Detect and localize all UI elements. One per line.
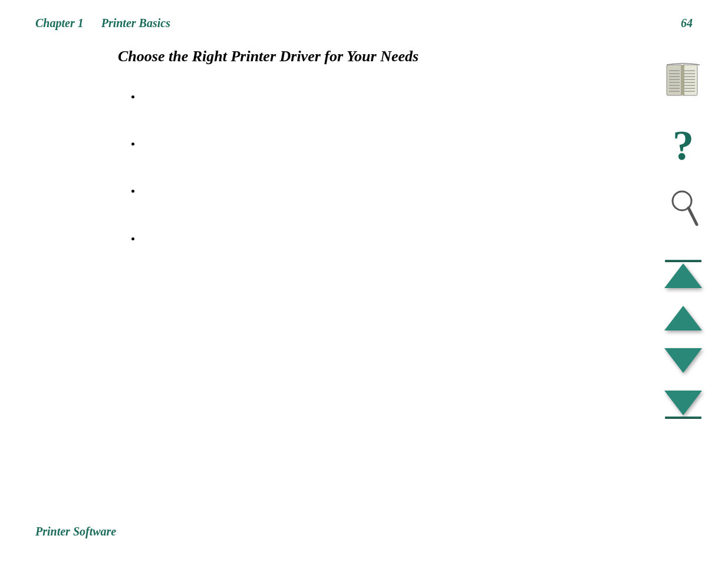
- book-icon[interactable]: [662, 59, 704, 104]
- svg-text:?: ?: [673, 122, 694, 168]
- page-number: 64: [681, 16, 693, 30]
- sidebar-icons: ?: [662, 59, 704, 419]
- triangle-shape: [664, 348, 702, 373]
- triangle-shape: [664, 391, 702, 415]
- svg-rect-2: [681, 65, 684, 95]
- page-header: Chapter 1 Printer Basics 64: [0, 0, 728, 30]
- last-page-icon[interactable]: [664, 391, 702, 419]
- list-item: [141, 136, 610, 151]
- svg-rect-0: [667, 65, 682, 95]
- first-page-icon[interactable]: [664, 260, 702, 288]
- previous-page-icon[interactable]: [664, 306, 702, 330]
- svg-point-21: [677, 196, 683, 202]
- chapter-label: Chapter 1: [35, 16, 84, 29]
- top-line: [665, 260, 701, 262]
- triangle-shape: [664, 263, 702, 288]
- footer-label: Printer Software: [35, 525, 116, 538]
- chapter-header: Chapter 1 Printer Basics: [35, 16, 170, 30]
- search-icon[interactable]: [666, 186, 701, 230]
- list-item: [141, 89, 610, 104]
- bottom-line: [665, 416, 701, 419]
- list-item: [141, 183, 610, 198]
- main-content: Choose the Right Printer Driver for Your…: [0, 30, 728, 246]
- chapter-title: Printer Basics: [101, 16, 170, 29]
- svg-line-22: [689, 208, 697, 224]
- page-title: Choose the Right Printer Driver for Your…: [118, 48, 610, 65]
- bullet-list: [118, 89, 610, 246]
- next-page-icon[interactable]: [664, 348, 702, 373]
- help-icon[interactable]: ?: [666, 121, 701, 168]
- list-item: [141, 231, 610, 246]
- triangle-shape: [664, 306, 702, 330]
